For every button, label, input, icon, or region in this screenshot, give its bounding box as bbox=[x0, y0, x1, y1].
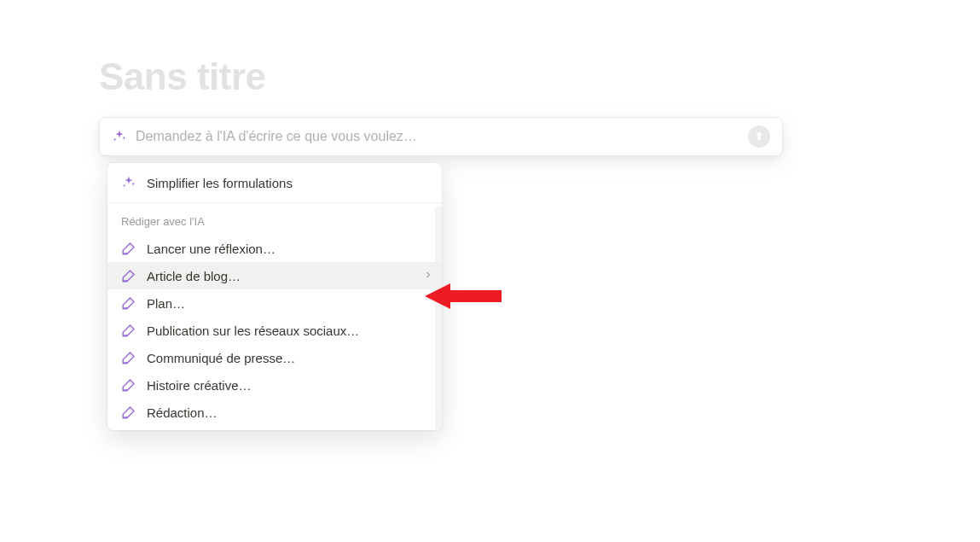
simplify-action[interactable]: Simplifier les formulations bbox=[107, 163, 442, 203]
simplify-label: Simplifier les formulations bbox=[147, 176, 293, 190]
menu-label: Article de blog… bbox=[147, 269, 241, 283]
sparkle-icon bbox=[112, 129, 127, 144]
section-header: Rédiger avec l'IA bbox=[107, 203, 442, 235]
menu-item-blog-post[interactable]: Article de blog… bbox=[107, 262, 442, 289]
ai-prompt-bar[interactable] bbox=[99, 117, 783, 156]
ai-suggestions-dropdown: Simplifier les formulations Rédiger avec… bbox=[107, 163, 442, 430]
pencil-icon bbox=[121, 268, 136, 283]
pencil-icon bbox=[121, 295, 136, 311]
menu-label: Communiqué de presse… bbox=[147, 351, 295, 365]
submit-button[interactable] bbox=[748, 125, 770, 148]
ai-prompt-input[interactable] bbox=[136, 129, 748, 144]
arrow-up-icon bbox=[753, 130, 765, 144]
menu-label: Lancer une réflexion… bbox=[147, 242, 275, 256]
menu-item-social-post[interactable]: Publication sur les réseaux sociaux… bbox=[107, 317, 442, 344]
menu-item-brainstorm[interactable]: Lancer une réflexion… bbox=[107, 235, 442, 262]
menu-item-essay[interactable]: Rédaction… bbox=[107, 399, 442, 430]
page-title[interactable]: Sans titre bbox=[99, 55, 266, 98]
menu-label: Publication sur les réseaux sociaux… bbox=[147, 323, 359, 338]
pencil-icon bbox=[121, 377, 136, 393]
pencil-icon bbox=[121, 323, 136, 338]
menu-label: Plan… bbox=[147, 296, 185, 311]
menu-label: Histoire créative… bbox=[147, 378, 252, 393]
menu-item-creative-story[interactable]: Histoire créative… bbox=[107, 371, 442, 399]
menu-label: Rédaction… bbox=[147, 405, 217, 420]
sparkle-icon bbox=[121, 175, 136, 190]
chevron-right-icon bbox=[423, 268, 433, 283]
pencil-icon bbox=[121, 405, 136, 420]
menu-item-press-release[interactable]: Communiqué de presse… bbox=[107, 344, 442, 371]
pencil-icon bbox=[121, 350, 136, 365]
pencil-icon bbox=[121, 241, 136, 256]
menu-item-outline[interactable]: Plan… bbox=[107, 289, 442, 317]
